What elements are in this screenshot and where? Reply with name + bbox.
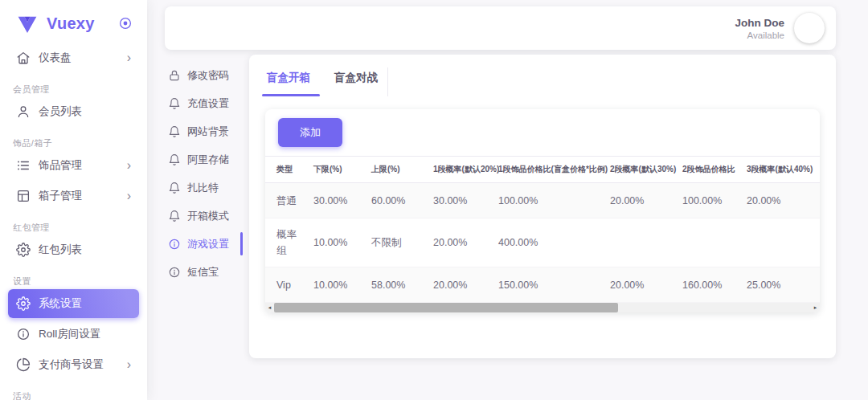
settings-nav-label: 充值设置 [187, 96, 229, 111]
tab-blindbox-battle[interactable]: 盲盒对战 [333, 71, 379, 85]
table-row: 普通 30.00% 60.00% 30.00% 100.00% 20.00% 1… [265, 183, 820, 218]
settings-nav-label: 游戏设置 [187, 237, 229, 251]
col-header-upper-limit: 上限(%) [368, 157, 430, 183]
avatar[interactable] [794, 13, 825, 43]
user-status: Available [735, 31, 784, 40]
table-cell: 30.00% [310, 183, 368, 218]
table-cell: Vip [265, 267, 310, 303]
scroll-thumb[interactable] [274, 303, 618, 312]
bell-icon [168, 97, 181, 110]
table-cell: 不限制 [368, 218, 430, 267]
settings-nav: 修改密码 充值设置 网站背景 阿里存储 扎比特 [165, 55, 241, 400]
user-name: John Doe [735, 17, 784, 29]
settings-nav-item-recharge-settings[interactable]: 充值设置 [165, 89, 241, 117]
table-cell: 100.00% [495, 183, 607, 218]
settings-nav-item-change-password[interactable]: 修改密码 [165, 61, 241, 89]
table-cell: 60.00% [368, 183, 430, 218]
settings-nav-item-game-settings[interactable]: 游戏设置 [165, 230, 241, 258]
sidebar-toggle-icon[interactable] [118, 16, 133, 31]
settings-nav-label: 短信宝 [187, 265, 219, 280]
sidebar-item-box-management[interactable]: 箱子管理 › [8, 182, 139, 210]
settings-nav-item-zhabite[interactable]: 扎比特 [165, 173, 241, 202]
table-cell: 58.00% [368, 267, 430, 303]
sidebar-item-label: 系统设置 [39, 296, 131, 311]
table-card: 添加 类型 下限(%) 上限(%) 1段概率(默认20%) [265, 109, 820, 312]
info-icon [168, 238, 181, 251]
settings-nav-label: 扎比特 [187, 181, 219, 195]
table-cell: 概率组 [265, 218, 310, 267]
settings-nav-label: 阿里存储 [187, 153, 229, 167]
table-cell: 普通 [265, 183, 310, 218]
sidebar-item-system-settings[interactable]: 系统设置 [8, 289, 139, 318]
add-button[interactable]: 添加 [278, 118, 342, 147]
content-card: 盲盒开箱 盲盒对战 添加 类型 [249, 55, 836, 358]
main-sidebar: Vuexy 仪表盘 › 会员管理 会员列表 饰品/箱子 饰品管理 › [0, 0, 147, 400]
col-header-type: 类型 [265, 157, 310, 183]
sidebar-item-label: 会员列表 [39, 104, 131, 119]
sidebar-item-roll-room-settings[interactable]: Roll房间设置 [8, 320, 139, 349]
chevron-right-icon: › [127, 358, 131, 371]
col-header-seg3-prob: 3段概率(默认40%) [743, 157, 820, 183]
settings-nav-item-site-background[interactable]: 网站背景 [165, 117, 241, 145]
sidebar-item-label: 支付商号设置 [39, 357, 127, 372]
sidebar-section-settings: 设置 [13, 276, 147, 288]
cell-type: 概率组 [276, 227, 297, 259]
table-cell: 10.00% [310, 267, 368, 303]
data-table: 类型 下限(%) 上限(%) 1段概率(默认20%) 1段饰品价格比(盲盒价格*… [265, 156, 820, 303]
settings-nav-item-sms-bao[interactable]: 短信宝 [165, 258, 241, 286]
box-icon [16, 189, 31, 203]
info-icon [16, 327, 31, 341]
table-cell: 20.00% [430, 267, 495, 303]
table-row: 概率组 10.00% 不限制 20.00% 400.00% [265, 218, 820, 267]
cell-type: 普通 [276, 193, 297, 209]
col-header-seg1-price-ratio: 1段饰品价格比(盲盒价格*比例) [495, 157, 607, 183]
app: Vuexy 仪表盘 › 会员管理 会员列表 饰品/箱子 饰品管理 › [0, 0, 868, 400]
sidebar-item-label: 仪表盘 [39, 51, 127, 65]
table-row: Vip 10.00% 58.00% 20.00% 150.00% 20.00% … [265, 267, 820, 303]
sidebar-item-payment-merchant-settings[interactable]: 支付商号设置 › [8, 350, 139, 379]
cell-type: Vip [276, 277, 297, 293]
user-icon [16, 104, 31, 119]
brand: Vuexy [0, 8, 147, 39]
table-cell: 160.00% [679, 267, 743, 303]
settings-nav-item-open-box-mode[interactable]: 开箱模式 [165, 202, 241, 230]
settings-nav-item-ali-storage[interactable]: 阿里存储 [165, 145, 241, 173]
sidebar-item-item-management[interactable]: 饰品管理 › [8, 151, 139, 180]
table-cell: 100.00% [679, 183, 743, 218]
table-cell: 25.00% [743, 267, 820, 303]
scroll-right-icon[interactable]: ▸ [811, 303, 820, 312]
sidebar-section-items-boxes: 饰品/箱子 [13, 137, 147, 149]
bell-icon [168, 153, 181, 166]
col-header-seg2-price-ratio: 2段饰品价格比 [679, 157, 743, 183]
info-icon [168, 266, 181, 279]
sidebar-item-member-list[interactable]: 会员列表 [8, 97, 139, 126]
table-toolbar: 添加 [265, 109, 820, 156]
settings-nav-label: 修改密码 [187, 68, 229, 83]
sidebar-section-activity: 活动 [13, 390, 147, 400]
table-cell: 150.00% [495, 267, 607, 303]
table-cell: 20.00% [607, 267, 679, 303]
table-cell: 20.00% [743, 183, 820, 218]
sidebar-item-label: 箱子管理 [39, 189, 127, 203]
tab-blindbox-open[interactable]: 盲盒开箱 [265, 71, 312, 85]
table-cell [679, 218, 743, 267]
settings-page: 修改密码 充值设置 网站背景 阿里存储 扎比特 [165, 55, 836, 400]
table-cell: 10.00% [310, 218, 368, 267]
top-header: John Doe Available [165, 6, 836, 50]
sidebar-section-redpacket: 红包管理 [13, 222, 147, 234]
table-cell: 20.00% [430, 218, 495, 267]
lock-icon [168, 69, 181, 82]
vuexy-logo-icon [16, 14, 39, 34]
horizontal-scrollbar[interactable]: ◂ ▸ [265, 303, 820, 312]
bell-icon [168, 125, 181, 138]
table-cell [743, 218, 820, 267]
col-header-seg1-prob: 1段概率(默认20%) [430, 157, 495, 183]
scroll-left-icon[interactable]: ◂ [265, 303, 274, 312]
sidebar-item-redpacket-list[interactable]: 红包列表 [8, 235, 139, 264]
table-cell: 20.00% [607, 183, 679, 218]
sidebar-item-label: 饰品管理 [39, 158, 127, 173]
bell-icon [168, 210, 181, 222]
gear-icon [16, 296, 31, 311]
gear-icon [16, 243, 31, 257]
sidebar-item-dashboard[interactable]: 仪表盘 › [8, 43, 139, 72]
